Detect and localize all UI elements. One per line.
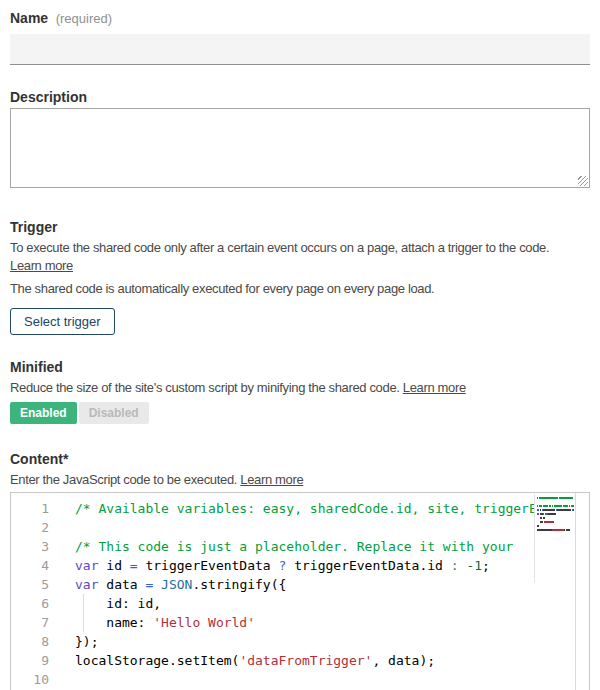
indent-guide: [83, 613, 84, 632]
minified-label: Minified: [10, 359, 590, 375]
editor-minimap: [534, 494, 575, 582]
code-line: 10: [11, 670, 589, 689]
line-number: 1: [11, 499, 63, 518]
content-section: Content* Enter the JavaScript code to be…: [10, 451, 590, 690]
line-number: 4: [11, 556, 63, 575]
description-wrap: [10, 108, 590, 188]
line-number: 2: [11, 518, 63, 537]
line-number: 10: [11, 670, 63, 689]
line-number: 9: [11, 651, 63, 670]
line-number: 3: [11, 537, 63, 556]
code-line: 8});: [11, 632, 589, 651]
line-number: 8: [11, 632, 63, 651]
description-label: Description: [10, 89, 590, 105]
trigger-learn-more-link[interactable]: Learn more: [10, 258, 73, 273]
minified-help: Reduce the size of the site's custom scr…: [10, 380, 400, 395]
minified-section: Minified Reduce the size of the site's c…: [10, 359, 590, 424]
code-editor[interactable]: 1/* Available variables: easy, sharedCod…: [10, 492, 590, 690]
select-trigger-button[interactable]: Select trigger: [10, 308, 115, 335]
indent-guide: [83, 594, 84, 613]
minified-toggle: Enabled Disabled: [10, 402, 590, 424]
trigger-note: The shared code is automatically execute…: [10, 280, 590, 298]
code-text: name: 'Hello World': [63, 613, 589, 632]
description-textarea[interactable]: [10, 108, 590, 188]
code-text: });: [63, 632, 589, 651]
code-text: var data = JSON.stringify({: [63, 575, 589, 594]
line-number: 5: [11, 575, 63, 594]
trigger-learn-more-row: Learn more: [10, 257, 590, 275]
code-text: localStorage.setItem('dataFromTrigger', …: [63, 651, 589, 670]
code-line: 6 id: id,: [11, 594, 589, 613]
content-learn-more-link[interactable]: Learn more: [240, 472, 303, 487]
name-input[interactable]: [10, 34, 590, 65]
name-label: Name (required): [10, 10, 590, 26]
code-text: [63, 518, 589, 537]
name-label-text: Name: [10, 10, 48, 26]
code-line: 1/* Available variables: easy, sharedCod…: [11, 499, 589, 518]
minified-disabled-option[interactable]: Disabled: [79, 402, 149, 424]
minified-learn-more-link[interactable]: Learn more: [403, 380, 466, 395]
name-required-hint: (required): [52, 11, 112, 26]
code-line: 7 name: 'Hello World': [11, 613, 589, 632]
code-area: 1/* Available variables: easy, sharedCod…: [11, 499, 589, 689]
trigger-label: Trigger: [10, 219, 590, 235]
code-line: 5var data = JSON.stringify({: [11, 575, 589, 594]
line-number: 6: [11, 594, 63, 613]
minified-enabled-option[interactable]: Enabled: [10, 402, 77, 424]
shared-code-form: Name (required) Description Trigger To e…: [0, 0, 600, 690]
content-help: Enter the JavaScript code to be executed…: [10, 472, 237, 487]
code-text: id: id,: [63, 594, 589, 613]
content-help-row: Enter the JavaScript code to be executed…: [10, 471, 590, 489]
code-text: /* Available variables: easy, sharedCode…: [63, 499, 589, 518]
code-text: /* This code is just a placeholder. Repl…: [63, 537, 589, 556]
line-number: 7: [11, 613, 63, 632]
code-line: 3/* This code is just a placeholder. Rep…: [11, 537, 589, 556]
trigger-help: To execute the shared code only after a …: [10, 239, 590, 257]
code-text: [63, 670, 589, 689]
editor-scrollbar[interactable]: [575, 493, 589, 690]
code-text: var id = triggerEventData ? triggerEvent…: [63, 556, 589, 575]
code-line: 9localStorage.setItem('dataFromTrigger',…: [11, 651, 589, 670]
code-line: 2: [11, 518, 589, 537]
content-label: Content*: [10, 451, 590, 467]
minified-help-row: Reduce the size of the site's custom scr…: [10, 379, 590, 397]
trigger-section: Trigger To execute the shared code only …: [10, 219, 590, 335]
code-line: 4var id = triggerEventData ? triggerEven…: [11, 556, 589, 575]
